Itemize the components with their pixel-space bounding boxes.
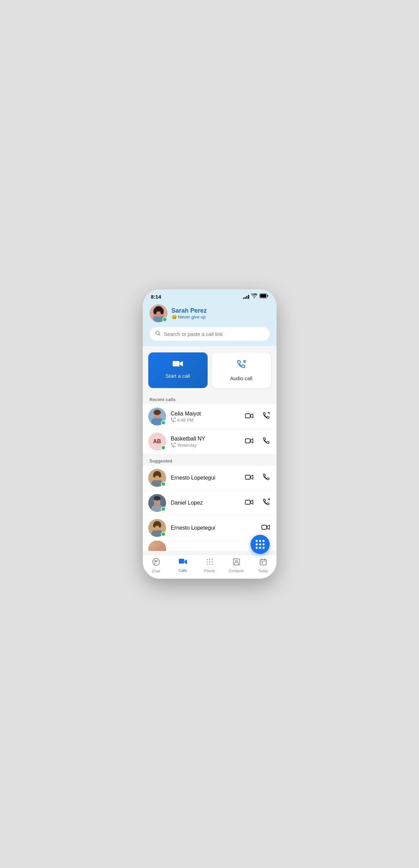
celia-info: Celia Maiyot 4:48 PM	[171, 411, 239, 423]
basketball-online-dot	[161, 445, 166, 450]
search-icon	[155, 330, 161, 337]
svg-rect-63	[261, 562, 263, 564]
ernesto2-actions	[260, 523, 271, 533]
daniel-phone-call-button[interactable]	[261, 497, 271, 509]
svg-point-26	[153, 473, 156, 478]
nav-item-chat[interactable]: Chat	[146, 558, 166, 573]
main-content: Start a call Audio call Recent calls	[143, 346, 277, 555]
partial-avatar-wrap	[148, 541, 166, 551]
celia-time: 4:48 PM	[171, 418, 239, 423]
ernesto1-phone-call-button[interactable]	[261, 472, 271, 484]
svg-point-8	[153, 308, 157, 314]
daniel-actions	[244, 497, 271, 509]
ernesto2-info: Ernesto Lopetegui	[171, 525, 255, 531]
recent-call-item-celia: Celia Maiyot 4:48 PM	[143, 404, 277, 429]
svg-rect-28	[245, 475, 250, 479]
svg-point-27	[159, 473, 161, 478]
audio-call-button[interactable]: Audio call	[212, 352, 271, 388]
signal-icon	[243, 294, 249, 299]
start-call-button[interactable]: Start a call	[148, 352, 208, 388]
online-indicator	[162, 317, 167, 322]
svg-rect-12	[173, 361, 179, 366]
svg-point-53	[211, 562, 212, 563]
celia-video-call-button[interactable]	[244, 411, 255, 422]
nav-contacts-label: Contacts	[229, 569, 244, 573]
phone-frame: 8:14	[143, 289, 277, 579]
search-bar[interactable]	[150, 327, 270, 341]
basketball-phone-call-button[interactable]	[261, 436, 271, 447]
basketball-avatar-wrap: AB	[148, 433, 166, 450]
dialpad-fab[interactable]	[251, 535, 270, 554]
basketball-video-call-button[interactable]	[244, 436, 255, 447]
battery-icon	[259, 293, 268, 300]
svg-line-13	[245, 360, 246, 361]
contacts-icon	[233, 558, 240, 568]
incoming-call-icon-2	[171, 443, 176, 447]
daniel-online-dot	[161, 507, 166, 511]
start-call-label: Start a call	[166, 373, 190, 379]
search-input[interactable]	[164, 331, 264, 337]
celia-online-dot	[161, 420, 166, 425]
suggested-item-ernesto-1: Ernesto Lopetegui	[143, 466, 277, 490]
nav-today-label: Today	[258, 569, 268, 573]
svg-rect-20	[245, 439, 250, 443]
svg-rect-45	[262, 525, 267, 529]
chat-icon	[152, 558, 160, 568]
svg-point-54	[207, 564, 208, 565]
ernesto2-name: Ernesto Lopetegui	[171, 525, 255, 531]
svg-rect-59	[260, 559, 266, 565]
svg-point-55	[209, 564, 210, 565]
suggested-item-daniel: Daniel Lopez	[143, 491, 277, 515]
svg-point-43	[153, 523, 156, 528]
ernesto1-online-dot	[161, 482, 166, 486]
nav-item-phone[interactable]: Phone	[199, 558, 220, 573]
partial-avatar	[148, 541, 166, 551]
nav-calls-label: Calls	[178, 568, 187, 572]
phone-nav-icon	[206, 558, 213, 568]
daniel-avatar-wrap	[148, 494, 166, 512]
nav-item-contacts[interactable]: Contacts	[226, 558, 247, 573]
daniel-name: Daniel Lopez	[171, 500, 239, 506]
svg-point-48	[207, 559, 208, 560]
ernesto2-avatar-wrap	[148, 519, 166, 537]
basketball-actions	[244, 436, 271, 447]
audio-call-label: Audio call	[230, 375, 252, 381]
celia-phone-call-button[interactable]	[261, 411, 271, 422]
audio-call-icon	[236, 359, 247, 373]
svg-point-44	[159, 523, 161, 528]
svg-point-51	[207, 562, 208, 563]
ernesto2-online-dot	[161, 532, 166, 537]
basketball-info: Basketball NY Yesterday	[171, 436, 239, 448]
dialpad-icon	[256, 540, 265, 549]
ernesto1-info: Ernesto Lopetegui	[171, 475, 239, 481]
video-camera-icon	[172, 359, 183, 370]
svg-point-58	[235, 560, 237, 562]
svg-point-52	[209, 562, 210, 563]
celia-actions	[244, 411, 271, 422]
ernesto1-video-call-button[interactable]	[244, 473, 255, 483]
user-avatar-wrap	[150, 304, 167, 322]
today-icon	[259, 558, 267, 568]
incoming-call-icon	[171, 418, 176, 422]
basketball-time: Yesterday	[171, 443, 239, 448]
ernesto1-avatar-wrap	[148, 469, 166, 487]
svg-point-9	[160, 308, 164, 314]
svg-point-49	[209, 559, 210, 560]
nav-item-today[interactable]: Today	[253, 558, 273, 573]
svg-rect-19	[245, 414, 250, 418]
svg-line-11	[159, 334, 160, 336]
status-icons	[243, 293, 268, 300]
calls-icon	[178, 558, 187, 567]
daniel-info: Daniel Lopez	[171, 500, 239, 506]
nav-item-calls[interactable]: Calls	[173, 558, 193, 572]
ernesto2-video-call-button[interactable]	[260, 523, 271, 533]
wifi-icon	[251, 293, 257, 300]
recent-calls-label: Recent calls	[143, 394, 277, 404]
status-bar: 8:14	[143, 289, 277, 302]
user-status: 😀 Never give up	[172, 314, 207, 320]
daniel-video-call-button[interactable]	[244, 498, 255, 508]
action-buttons: Start a call Audio call	[143, 346, 277, 394]
svg-rect-47	[179, 559, 184, 564]
status-time: 8:14	[151, 294, 161, 300]
ernesto1-actions	[244, 472, 271, 484]
